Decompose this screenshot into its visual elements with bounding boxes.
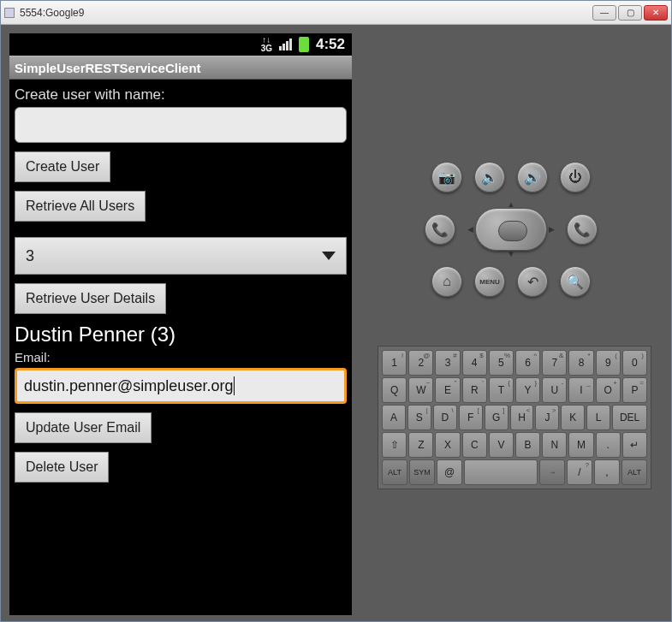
key-B[interactable]: B xyxy=(515,432,540,458)
delete-user-button[interactable]: Delete User xyxy=(15,452,109,483)
minimize-button[interactable]: — xyxy=(592,5,616,21)
key-3[interactable]: 3# xyxy=(435,350,460,376)
user-dropdown[interactable]: 3 xyxy=(15,237,347,275)
key-Y[interactable]: Y} xyxy=(515,377,540,403)
signal-icon xyxy=(279,39,292,50)
create-user-button[interactable]: Create User xyxy=(15,151,110,182)
status-bar: ↑↓3G 4:52 xyxy=(9,33,352,56)
retrieve-all-button[interactable]: Retrieve All Users xyxy=(15,191,146,222)
key-S[interactable]: S| xyxy=(407,405,431,430)
key-/[interactable]: /? xyxy=(567,459,592,485)
dpad-down-icon: ▼ xyxy=(508,251,515,258)
search-button[interactable]: 🔍 xyxy=(560,266,591,297)
key-ALT[interactable]: ALT xyxy=(382,459,407,485)
key-ALT[interactable]: ALT xyxy=(621,459,647,485)
key-C[interactable]: C xyxy=(462,432,487,458)
key-L[interactable]: L xyxy=(586,405,610,430)
key-K[interactable]: K xyxy=(561,405,585,430)
key-DEL[interactable]: DEL xyxy=(612,405,647,430)
phone-screen: ↑↓3G 4:52 SimpleUserRESTServiceClient Cr… xyxy=(9,33,352,615)
key-W[interactable]: W~ xyxy=(408,377,433,403)
emulator-window: 5554:Google9 — ▢ ✕ ↑↓3G 4:52 SimpleUserR… xyxy=(0,0,672,622)
key-O[interactable]: O+ xyxy=(596,377,621,403)
key-space[interactable] xyxy=(464,459,538,485)
call-icon: 📞 xyxy=(431,222,449,238)
key-U[interactable]: U- xyxy=(542,377,567,403)
email-label: Email: xyxy=(15,350,347,364)
key-R[interactable]: R' xyxy=(462,377,487,403)
back-icon: ↶ xyxy=(527,274,538,290)
key-7[interactable]: 7& xyxy=(542,350,567,376)
camera-button[interactable]: 📷 xyxy=(431,162,462,193)
dropdown-value: 3 xyxy=(26,247,34,265)
key-6[interactable]: 6^ xyxy=(515,350,540,376)
dpad-center[interactable] xyxy=(475,208,547,251)
email-input[interactable]: dustin.penner@simpleuser.org xyxy=(15,368,347,404)
text-caret xyxy=(234,376,235,395)
key-I[interactable]: I_ xyxy=(568,377,593,403)
home-button[interactable]: ⌂ xyxy=(431,266,462,297)
key-4[interactable]: 4$ xyxy=(462,350,487,376)
retrieve-details-button[interactable]: Retrieve User Details xyxy=(15,283,166,314)
key-@[interactable]: @ xyxy=(437,459,462,485)
key-→[interactable]: → xyxy=(539,459,565,485)
key-J[interactable]: J> xyxy=(535,405,559,430)
call-button[interactable]: 📞 xyxy=(425,214,455,245)
key-0[interactable]: 0) xyxy=(622,350,647,376)
power-icon: ⏻ xyxy=(568,169,582,185)
titlebar: 5554:Google9 — ▢ ✕ xyxy=(1,1,671,25)
end-call-icon: 📞 xyxy=(574,222,591,238)
maximize-button[interactable]: ▢ xyxy=(618,5,642,21)
volume-up-button[interactable]: 🔊 xyxy=(517,162,548,193)
key-.[interactable]: . xyxy=(596,432,621,458)
key-N[interactable]: N xyxy=(542,432,567,458)
close-button[interactable]: ✕ xyxy=(644,5,668,21)
key-H[interactable]: H< xyxy=(510,405,534,430)
key-5[interactable]: 5% xyxy=(489,350,514,376)
key-A[interactable]: A xyxy=(382,405,406,430)
key-⇧[interactable]: ⇧ xyxy=(382,432,407,458)
end-call-button[interactable]: 📞 xyxy=(567,214,598,245)
threeg-icon: ↑↓3G xyxy=(261,36,272,53)
key-,[interactable]: , xyxy=(594,459,620,485)
home-icon: ⌂ xyxy=(443,274,451,289)
hardware-buttons: 📷 🔈 🔊 ⏻ 📞 ▲ ◀ ▶ ▼ xyxy=(417,162,605,305)
key-P[interactable]: P= xyxy=(622,377,647,403)
vol-down-icon: 🔈 xyxy=(481,169,498,186)
chevron-down-icon xyxy=(322,252,336,260)
key-Z[interactable]: Z xyxy=(408,432,433,458)
key-9[interactable]: 9( xyxy=(596,350,621,376)
key-↵[interactable]: ↵ xyxy=(622,432,647,458)
menu-label: MENU xyxy=(479,278,500,286)
app-title: SimpleUserRESTServiceClient xyxy=(15,61,201,75)
email-value: dustin.penner@simpleuser.org xyxy=(24,377,233,395)
key-F[interactable]: F[ xyxy=(459,405,483,430)
key-M[interactable]: M xyxy=(568,432,593,458)
key-G[interactable]: G] xyxy=(485,405,508,430)
vol-up-icon: 🔊 xyxy=(524,169,541,186)
key-8[interactable]: 8* xyxy=(568,350,593,376)
volume-down-button[interactable]: 🔈 xyxy=(474,162,505,193)
key-X[interactable]: X xyxy=(435,432,460,458)
key-V[interactable]: V xyxy=(489,432,514,458)
key-SYM[interactable]: SYM xyxy=(409,459,435,485)
dpad-left-icon: ◀ xyxy=(467,226,473,233)
hardware-keyboard: 1!2@3#4$5%6^7&8*9(0) QW~E"R'T{Y}U-I_O+P=… xyxy=(378,346,651,489)
camera-icon: 📷 xyxy=(438,169,455,186)
name-input[interactable] xyxy=(15,107,347,143)
battery-icon xyxy=(299,37,309,52)
back-button[interactable]: ↶ xyxy=(517,266,548,297)
power-button[interactable]: ⏻ xyxy=(560,162,591,193)
menu-button[interactable]: MENU xyxy=(474,266,505,297)
key-1[interactable]: 1! xyxy=(382,350,407,376)
dpad-up-icon: ▲ xyxy=(508,201,515,208)
clock-text: 4:52 xyxy=(316,36,345,53)
key-D[interactable]: D\ xyxy=(433,405,457,430)
key-2[interactable]: 2@ xyxy=(408,350,433,376)
update-email-button[interactable]: Update User Email xyxy=(15,412,152,443)
key-E[interactable]: E" xyxy=(435,377,460,403)
key-Q[interactable]: Q xyxy=(382,377,407,403)
key-T[interactable]: T{ xyxy=(489,377,514,403)
client-area: ↑↓3G 4:52 SimpleUserRESTServiceClient Cr… xyxy=(1,25,671,621)
dpad-right-icon: ▶ xyxy=(549,226,555,233)
